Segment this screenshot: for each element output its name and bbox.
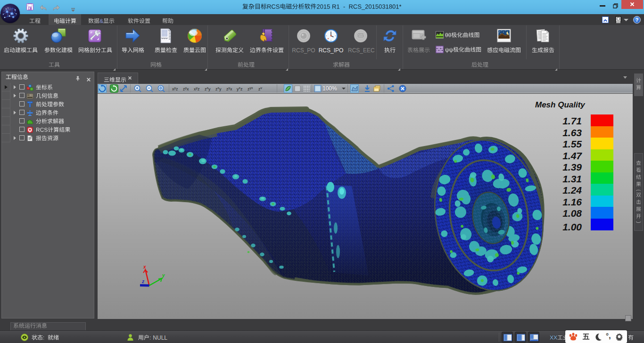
- svg-text:xyz: xyz: [172, 86, 178, 91]
- svg-text:zyx: zyx: [183, 86, 189, 91]
- svg-text:zyx: zyx: [226, 86, 232, 91]
- svg-text:z: z: [141, 279, 144, 284]
- svg-text:zxy: zxy: [215, 86, 222, 91]
- svg-text:zv: zv: [258, 86, 263, 91]
- svg-text:zyx: zyx: [248, 86, 253, 91]
- svg-text:xyz: xyz: [194, 86, 200, 91]
- svg-text:x: x: [143, 264, 146, 270]
- svg-text:y: y: [162, 273, 165, 278]
- svg-text:zxy: zxy: [205, 86, 211, 91]
- svg-text:yxz: yxz: [237, 86, 243, 91]
